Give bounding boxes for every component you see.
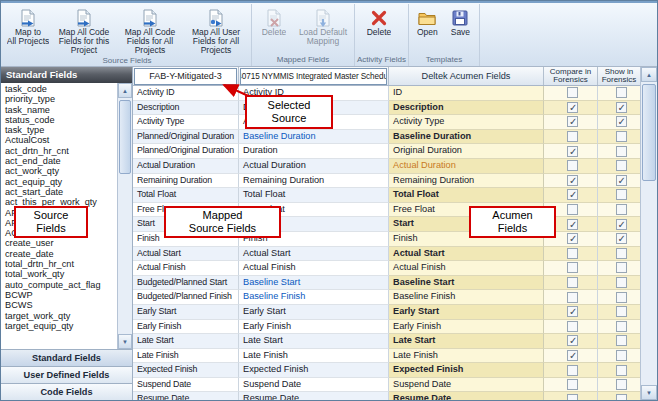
mapping-row[interactable]: Activity IDActivity IDID: [133, 86, 640, 101]
compare-checkbox[interactable]: [567, 233, 578, 244]
table-scrollbar-track[interactable]: [641, 82, 657, 385]
mapping-row[interactable]: Early StartEarly StartEarly Start: [133, 305, 640, 320]
source-project-selector[interactable]: FAB-Y-Mitigated-3: [134, 68, 237, 85]
map-all-user-fields-for-all-projects-button[interactable]: Map All User Fields for All Projects: [183, 5, 249, 55]
show-checkbox[interactable]: [616, 116, 627, 127]
mapped-schedule-selector[interactable]: 040715 NYMMIS Integrated Master Schedule: [240, 68, 387, 85]
field-list-item[interactable]: task_name: [1, 105, 117, 115]
sidebar-tab-user-defined-fields[interactable]: User Defined Fields: [1, 366, 132, 383]
compare-checkbox[interactable]: [567, 248, 578, 259]
field-list-item[interactable]: task_type: [1, 125, 117, 135]
compare-checkbox[interactable]: [567, 365, 578, 376]
compare-checkbox[interactable]: [567, 219, 578, 230]
scroll-down-icon[interactable]: ▼: [118, 334, 132, 349]
field-list-item[interactable]: ActualCost: [1, 135, 117, 145]
scroll-up-icon[interactable]: ▲: [118, 83, 132, 98]
compare-checkbox[interactable]: [567, 306, 578, 317]
field-list-item[interactable]: act_drtn_hr_cnt: [1, 146, 117, 156]
show-checkbox[interactable]: [616, 87, 627, 98]
mapping-row[interactable]: Actual DurationActual DurationActual Dur…: [133, 159, 640, 174]
mapping-row[interactable]: Late FinishLate FinishLate Finish: [133, 349, 640, 364]
field-list-item[interactable]: create_date: [1, 249, 117, 259]
open-button[interactable]: Open: [411, 5, 444, 54]
delete-button[interactable]: Delete: [357, 5, 401, 54]
field-list-item[interactable]: target_equip_qty: [1, 321, 117, 331]
table-scrollbar[interactable]: ▲ ▼: [640, 67, 657, 400]
show-checkbox[interactable]: [616, 233, 627, 244]
map-to-all-projects-button[interactable]: Map to All Projects: [5, 5, 51, 55]
sidebar-scrollbar-track[interactable]: [118, 98, 132, 334]
scroll-up-icon[interactable]: ▲: [641, 67, 657, 82]
map-all-code-fields-for-all-projects-button[interactable]: Map All Code Fields for All Projects: [117, 5, 183, 55]
show-checkbox[interactable]: [616, 335, 627, 346]
field-list-item[interactable]: BCWS: [1, 300, 117, 310]
mapping-row[interactable]: Remaining DurationRemaining DurationRema…: [133, 174, 640, 189]
field-list-item[interactable]: target_work_qty: [1, 311, 117, 321]
field-list-item[interactable]: act_end_date: [1, 156, 117, 166]
show-checkbox[interactable]: [616, 189, 627, 200]
table-scrollbar-thumb[interactable]: [642, 84, 656, 181]
show-checkbox[interactable]: [616, 160, 627, 171]
show-checkbox[interactable]: [616, 306, 627, 317]
field-list-item[interactable]: priority_type: [1, 94, 117, 104]
show-checkbox[interactable]: [616, 350, 627, 361]
show-checkbox[interactable]: [616, 379, 627, 390]
compare-checkbox[interactable]: [567, 379, 578, 390]
compare-checkbox[interactable]: [567, 131, 578, 142]
show-checkbox[interactable]: [616, 204, 627, 215]
compare-checkbox[interactable]: [567, 277, 578, 288]
scroll-down-icon[interactable]: ▼: [641, 385, 657, 400]
mapping-row[interactable]: Actual FinishActual FinishActual Finish: [133, 261, 640, 276]
compare-checkbox[interactable]: [567, 87, 578, 98]
show-checkbox[interactable]: [616, 175, 627, 186]
compare-checkbox[interactable]: [567, 292, 578, 303]
compare-checkbox[interactable]: [567, 116, 578, 127]
mapping-row[interactable]: Expected FinishExpected FinishExpected F…: [133, 363, 640, 378]
sidebar-tab-code-fields[interactable]: Code Fields: [1, 383, 132, 400]
sidebar-scrollbar[interactable]: ▲ ▼: [117, 83, 132, 349]
save-button[interactable]: Save: [444, 5, 477, 54]
field-list-item[interactable]: act_equip_qty: [1, 177, 117, 187]
show-checkbox[interactable]: [616, 102, 627, 113]
mapping-row[interactable]: DescriptionDescriptionDescription: [133, 101, 640, 116]
compare-checkbox[interactable]: [567, 321, 578, 332]
sidebar-tab-standard-fields[interactable]: Standard Fields: [1, 349, 132, 366]
mapping-row[interactable]: Activity TypeActivity TypeActivity Type: [133, 115, 640, 130]
show-checkbox[interactable]: [616, 219, 627, 230]
mapping-row[interactable]: Planned/Original DurationDurationOrigina…: [133, 144, 640, 159]
show-checkbox[interactable]: [616, 131, 627, 142]
compare-checkbox[interactable]: [567, 146, 578, 157]
show-checkbox[interactable]: [616, 321, 627, 332]
sidebar-scrollbar-thumb[interactable]: [119, 100, 131, 174]
field-list-item[interactable]: status_code: [1, 115, 117, 125]
field-list-item[interactable]: total_drtn_hr_cnt: [1, 259, 117, 269]
map-all-code-fields-for-this-project-button[interactable]: Map All Code Fields for this Project: [51, 5, 117, 55]
show-checkbox[interactable]: [616, 262, 627, 273]
show-checkbox[interactable]: [616, 365, 627, 376]
show-checkbox[interactable]: [616, 277, 627, 288]
field-list-item[interactable]: total_work_qty: [1, 269, 117, 279]
show-checkbox[interactable]: [616, 292, 627, 303]
compare-checkbox[interactable]: [567, 175, 578, 186]
show-checkbox[interactable]: [616, 394, 627, 400]
field-list-item[interactable]: BCWP: [1, 290, 117, 300]
field-list-item[interactable]: act_work_qty: [1, 166, 117, 176]
mapping-row[interactable]: Budgeted/Planned FinishBaseline FinishBa…: [133, 290, 640, 305]
mapping-row[interactable]: Planned/Original DurationBaseline Durati…: [133, 130, 640, 145]
compare-checkbox[interactable]: [567, 204, 578, 215]
show-checkbox[interactable]: [616, 146, 627, 157]
mapping-row[interactable]: Budgeted/Planned StartBaseline StartBase…: [133, 276, 640, 291]
field-list-item[interactable]: auto_compute_act_flag: [1, 280, 117, 290]
field-list-item[interactable]: create_user: [1, 238, 117, 248]
show-checkbox[interactable]: [616, 248, 627, 259]
compare-checkbox[interactable]: [567, 160, 578, 171]
mapping-row[interactable]: Suspend DateSuspend DateSuspend Date: [133, 378, 640, 393]
compare-checkbox[interactable]: [567, 102, 578, 113]
mapping-row[interactable]: Late StartLate StartLate Start: [133, 334, 640, 349]
mapping-row[interactable]: Actual StartActual StartActual Start: [133, 247, 640, 262]
field-list-item[interactable]: task_code: [1, 84, 117, 94]
compare-checkbox[interactable]: [567, 189, 578, 200]
compare-checkbox[interactable]: [567, 262, 578, 273]
compare-checkbox[interactable]: [567, 350, 578, 361]
field-list-item[interactable]: act_start_date: [1, 187, 117, 197]
